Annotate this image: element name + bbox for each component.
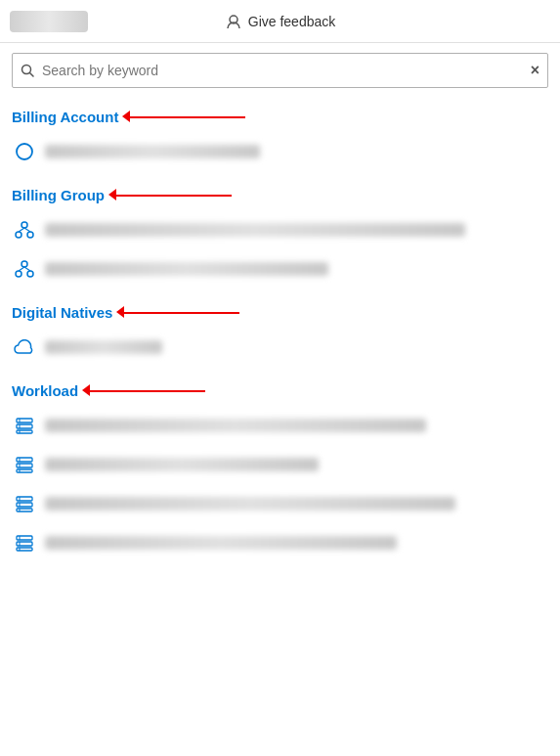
- give-feedback-label: Give feedback: [248, 14, 336, 29]
- billing-group-arrow: [114, 184, 232, 205]
- item-label: [45, 223, 465, 237]
- digital-natives-title: Digital Natives: [12, 304, 112, 321]
- list-item[interactable]: [12, 411, 548, 440]
- nodes-icon: [14, 219, 35, 241]
- billing-account-section-header: Billing Account: [12, 106, 548, 127]
- stack-icon: [14, 532, 35, 554]
- svg-rect-32: [17, 536, 32, 540]
- digital-natives-arrow: [122, 301, 239, 323]
- svg-point-6: [27, 232, 33, 238]
- billing-group-title: Billing Group: [12, 187, 105, 203]
- main-content: Billing Account Billing Group: [0, 106, 560, 557]
- svg-line-12: [19, 267, 24, 271]
- svg-point-5: [16, 232, 22, 238]
- svg-rect-16: [17, 430, 32, 433]
- circle-icon: [14, 141, 35, 162]
- item-label: [45, 497, 455, 511]
- give-feedback-button[interactable]: Give feedback: [225, 13, 336, 30]
- svg-point-11: [27, 271, 33, 277]
- list-item[interactable]: [12, 137, 548, 166]
- svg-rect-27: [17, 503, 32, 507]
- list-item[interactable]: [12, 254, 548, 284]
- header: Give feedback: [0, 0, 560, 43]
- stack-icon: [14, 415, 35, 436]
- billing-group-section-header: Billing Group: [12, 184, 548, 205]
- list-item[interactable]: [12, 489, 548, 518]
- svg-rect-14: [17, 419, 32, 422]
- item-label: [45, 340, 162, 354]
- search-clear-button[interactable]: ×: [531, 62, 539, 79]
- svg-line-2: [30, 73, 34, 77]
- list-item[interactable]: [12, 528, 548, 557]
- svg-rect-28: [17, 509, 32, 511]
- svg-rect-33: [17, 542, 32, 546]
- list-item[interactable]: [12, 333, 548, 362]
- svg-point-3: [17, 144, 32, 159]
- search-input[interactable]: [42, 63, 531, 78]
- workload-section-header: Workload: [12, 379, 548, 401]
- item-label: [45, 458, 319, 471]
- nodes-icon: [14, 258, 35, 280]
- svg-line-8: [24, 228, 30, 232]
- search-icon: [21, 64, 34, 77]
- list-item[interactable]: [12, 215, 548, 245]
- item-label: [45, 536, 397, 550]
- billing-account-title: Billing Account: [12, 109, 118, 125]
- avatar: [10, 11, 88, 32]
- item-label: [45, 145, 260, 158]
- svg-rect-22: [17, 469, 32, 472]
- feedback-icon: [225, 13, 242, 30]
- workload-arrow: [88, 379, 205, 401]
- cloud-icon: [14, 336, 35, 358]
- svg-rect-26: [17, 497, 32, 501]
- svg-line-7: [19, 228, 24, 232]
- list-item[interactable]: [12, 450, 548, 479]
- stack-icon: [14, 493, 35, 514]
- item-label: [45, 419, 426, 432]
- svg-point-10: [16, 271, 22, 277]
- item-label: [45, 262, 328, 276]
- svg-rect-20: [17, 458, 32, 462]
- svg-rect-15: [17, 424, 32, 428]
- workload-title: Workload: [12, 382, 78, 399]
- svg-rect-34: [17, 548, 32, 551]
- svg-point-9: [22, 261, 27, 267]
- stack-icon: [14, 454, 35, 475]
- svg-point-4: [22, 222, 27, 228]
- digital-natives-section-header: Digital Natives: [12, 301, 548, 323]
- billing-account-arrow: [128, 106, 245, 127]
- svg-line-13: [24, 267, 30, 271]
- svg-rect-21: [17, 464, 32, 467]
- search-bar: ×: [12, 53, 548, 88]
